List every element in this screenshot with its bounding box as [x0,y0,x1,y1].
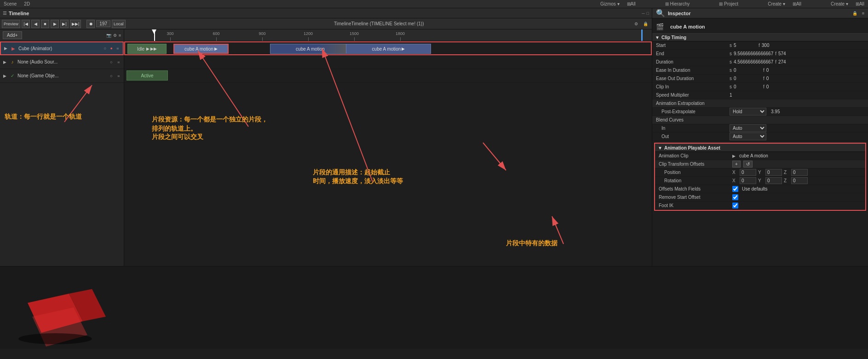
track-lock-1[interactable]: = [115,59,122,65]
timeline-end-marker [641,29,643,41]
timeline-header: ☰ Timeline ─ □ [0,8,652,18]
ruler-mark-600: 600 [213,31,219,36]
insp-end-label: End [656,51,730,56]
add-track-btn[interactable]: Add+ [3,31,22,39]
all-btn3[interactable]: ⊞All [854,1,866,6]
clip-motion-selected[interactable]: cube A motion ▶ [173,44,229,54]
track-row-2[interactable]: ▶ ✓ None (Game Obje... ○ = [0,69,124,83]
timeline-right: 300 600 900 1200 1500 1800 [124,29,652,266]
track-row-0[interactable]: ▶ ▶ Cube (Animator) ○ ● = [0,41,124,55]
insp-blend-in-value: Auto Ease In Ease Out Linear [730,124,864,132]
clip-in-f-label: f [763,84,765,89]
clip-active[interactable]: Active [126,70,168,81]
next-keyframe-btn[interactable]: ▶| [60,20,69,28]
blend-in-select[interactable]: Auto Ease In Ease Out Linear [730,124,766,132]
rot-x-label: X [732,178,738,183]
insp-rotation-label: Rotation [659,178,732,183]
track-header-icon3[interactable]: ≡ [119,33,121,38]
create-btn[interactable]: Create ▾ [766,1,787,6]
insp-transform-btns: + ↺ [732,161,862,168]
minimize-btn[interactable]: ─ [642,11,644,16]
track-header-icon2[interactable]: ⚙ [113,33,117,38]
insp-blend-in-label: In [656,126,730,131]
play-back-btn[interactable]: ◀ [31,20,40,28]
project-btn[interactable]: ⊞ Project [717,1,740,6]
preview-btn[interactable]: Preview [2,20,20,28]
2d-btn[interactable]: 2D [22,1,32,6]
insp-start-row: Start s 5 f 300 [652,41,868,50]
track-expand-1[interactable]: ▶ [2,59,7,65]
scene-svg [0,266,184,349]
clip-in-s-value: 0 [734,84,747,89]
inspector-lock-icon[interactable]: 🔒 [852,11,857,16]
scene-tab[interactable]: Scene [2,1,18,6]
hierarchy-btn[interactable]: ⊞ Hierarchy [663,1,692,6]
pos-y-label: Y [758,170,764,175]
transform-copy-btn[interactable]: ↺ [743,161,753,168]
rot-y-value: 0 [765,177,782,184]
track-mute-0[interactable]: ○ [102,45,109,52]
all-btn2[interactable]: ⊞All [791,1,803,6]
ease-in-s-value: 0 [734,68,747,73]
clip-motion-blend-label: cube A motion [296,46,325,52]
clip-motion-right[interactable]: cube A motion ▶ [346,44,431,54]
playhead[interactable] [154,29,155,41]
prev-keyframe-btn[interactable]: |◀ [22,20,30,28]
top-bar: Scene 2D Gizmos ▾ ⊞All ⊞ Hierarchy ⊞ Pro… [0,0,868,8]
clip-in-f-value: 0 [766,84,769,89]
track-expand-2[interactable]: ▶ [2,73,7,79]
clip-idle-label: Idle [137,46,144,52]
track-row-1[interactable]: ▶ ♪ None (Audio Sour... ○ = [0,55,124,69]
clip-idle[interactable]: Idle ▶ ▶▶ [127,44,167,54]
insp-blend-curves-label: Blend Curves [656,117,730,122]
gizmos-btn[interactable]: Gizmos ▾ [598,1,621,6]
insp-speed-value: 1 [730,93,864,98]
rot-x-value: 0 [740,177,756,184]
dur-f-value: 274 [778,59,786,64]
ruler-mark-1500: 1500 [350,31,359,36]
insp-anim-clip-value: ▶ cube A motion [732,153,862,158]
blend-out-select[interactable]: Auto Ease In Ease Out Linear [730,133,766,140]
anim-playable-label: Animation Playable Asset [664,145,720,151]
stop-btn[interactable]: ■ [41,20,49,28]
inspector-icon: 🔍 [656,9,665,17]
ruler-mark-1800: 1800 [396,31,405,36]
track-lock-2[interactable]: = [115,73,122,79]
end-f-value: 574 [778,51,786,56]
track-icon-2: ✓ [9,73,16,79]
inspector-menu-icon[interactable]: ≡ [862,11,864,16]
play-btn[interactable]: ▶ [51,20,59,28]
offsets-match-checkbox[interactable] [732,186,738,192]
track-name-1: None (Audio Sour... [17,59,106,64]
rot-y-label: Y [758,178,764,183]
track-name-0: Cube (Animator) [18,46,100,51]
clip-timing-header[interactable]: ▼ Clip Timing [652,33,868,41]
clip-in-s-label: s [730,84,732,89]
track-header-icon1[interactable]: 📷 [106,33,111,38]
track-mute-2[interactable]: ○ [108,73,115,79]
track-mute-1[interactable]: ○ [108,59,115,65]
clip-idle-arrow2: ▶▶ [150,46,157,51]
maximize-btn[interactable]: □ [647,11,649,16]
transform-reset-btn[interactable]: + [732,161,741,168]
frame-number[interactable]: 197 [96,20,110,27]
anim-playable-header[interactable]: ▼ Animation Playable Asset [655,144,865,152]
create-btn2[interactable]: Create ▾ [829,1,850,6]
ease-in-f-value: 0 [766,68,769,73]
insp-position-row: Position X 0 Y 0 Z 0 [655,168,865,177]
remove-offset-checkbox[interactable] [732,194,738,200]
last-frame-btn[interactable]: ▶▶| [70,20,81,28]
inspector-clip-header: 🎬 cube A motion [652,20,868,32]
lock-icon[interactable]: 🔒 [641,22,650,26]
pos-y-value: 0 [765,169,782,176]
local-btn[interactable]: Local [112,20,126,28]
track-expand-0[interactable]: ▶ [3,46,8,51]
clip-motion-blend[interactable]: cube A motion [270,44,351,54]
foot-ik-checkbox[interactable] [732,203,738,208]
insp-offsets-match-row: Offsets Match Fields Use defaults [655,185,865,193]
track-lock-0[interactable]: = [115,45,121,52]
record-btn[interactable]: ⏺ [86,20,95,28]
all-btn[interactable]: ⊞All [625,1,638,6]
settings-icon[interactable]: ⚙ [632,22,640,26]
post-extrap-select[interactable]: Hold Continue Loop PingPong [730,108,766,116]
